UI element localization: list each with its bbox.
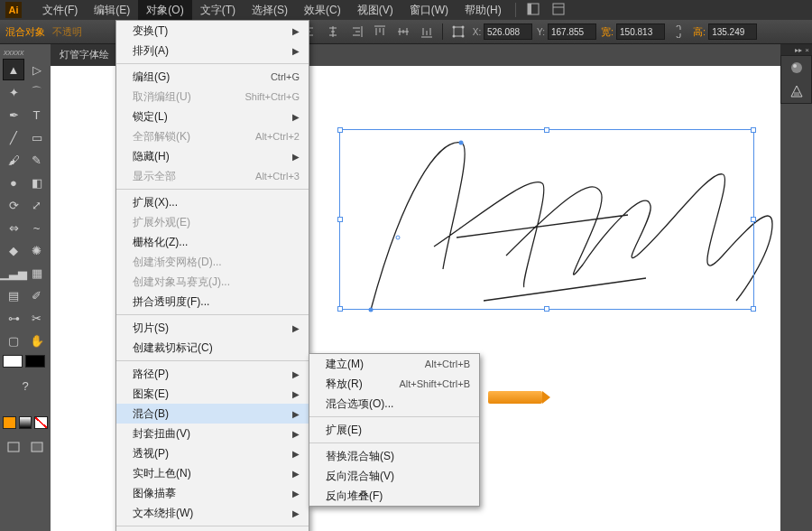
sym-tool[interactable]: ✺ (26, 239, 48, 261)
menuitem-实时上色N[interactable]: 实时上色(N)▶ (116, 463, 309, 483)
brush-tool[interactable]: 🖌 (3, 149, 24, 171)
menuitem-创建裁切标记C[interactable]: 创建裁切标记(C) (116, 338, 309, 358)
collapse-icon[interactable]: ▸▸ (795, 46, 802, 53)
menuitem-透视P[interactable]: 透视(P)▶ (116, 443, 309, 463)
menuitem-替换混合轴S[interactable]: 替换混合轴(S) (309, 446, 479, 466)
pen-tool[interactable]: ✒ (3, 104, 24, 126)
menuitem-扩展X[interactable]: 扩展(X)... (116, 192, 309, 212)
panel-controls[interactable]: ▸▸× (780, 44, 812, 55)
mesh-tool[interactable]: ▦ (26, 262, 48, 284)
object-menu-dropdown: 变换(T)▶排列(A)▶编组(G)Ctrl+G取消编组(U)Shift+Ctrl… (115, 20, 309, 531)
menu-编辑[interactable]: 编辑(E) (86, 0, 138, 21)
menuitem-扩展E[interactable]: 扩展(E) (309, 420, 479, 440)
menu-对象[interactable]: 对象(O) (138, 0, 191, 21)
eraser-tool[interactable]: ◧ (26, 172, 48, 193)
menuitem-文本绕排W[interactable]: 文本绕排(W)▶ (116, 503, 309, 523)
swatches-panel-icon[interactable] (781, 79, 811, 103)
menuitem-路径P[interactable]: 路径(P)▶ (116, 364, 309, 384)
menu-选择[interactable]: 选择(S) (244, 0, 296, 21)
rotate-tool[interactable]: ⟳ (3, 194, 24, 216)
fill-stroke-swatches[interactable] (0, 351, 51, 371)
screen-full-icon[interactable] (27, 436, 49, 458)
menu-窗口[interactable]: 窗口(W) (401, 0, 457, 21)
align-right-icon[interactable] (347, 23, 365, 41)
menubar: Ai 文件(F)编辑(E)对象(O)文字(T)选择(S)效果(C)视图(V)窗口… (0, 0, 812, 20)
menu-文件[interactable]: 文件(F) (34, 0, 86, 21)
menuitem-图像描摹[interactable]: 图像描摹▶ (116, 483, 309, 503)
w-field[interactable]: 150.813 (616, 23, 665, 40)
menu-帮助[interactable]: 帮助(H) (457, 0, 510, 21)
layout-icon[interactable] (527, 3, 541, 17)
menuitem-混合B[interactable]: 混合(B)▶ (116, 404, 309, 424)
rect-tool[interactable]: ▭ (26, 126, 48, 148)
height-label: 高: (693, 25, 706, 39)
menuitem-拼合透明度F[interactable]: 拼合透明度(F)... (116, 292, 309, 312)
link-wh-icon[interactable] (669, 23, 687, 41)
selection-bounding-box[interactable] (339, 129, 754, 310)
menubar-separator (515, 3, 516, 17)
artb-tool[interactable]: ▢ (3, 330, 24, 351)
menuitem-封套扭曲V[interactable]: 封套扭曲(V)▶ (116, 424, 309, 443)
menuitem-编组G[interactable]: 编组(G)Ctrl+G (116, 67, 309, 87)
align-top-icon[interactable] (371, 23, 389, 41)
eyedrop-tool[interactable]: ✐ (26, 284, 48, 306)
graph-tool[interactable]: ▁▃▅ (3, 262, 24, 284)
menu-效果[interactable]: 效果(C) (296, 0, 349, 21)
menuitem-混合选项O[interactable]: 混合选项(O)... (309, 394, 479, 414)
svg-point-14 (791, 62, 802, 73)
none-swatch[interactable] (34, 416, 48, 429)
gradient-swatch[interactable] (19, 416, 32, 429)
submenu-arrow-icon: ▶ (292, 46, 300, 56)
stroke-swatch[interactable] (25, 355, 45, 368)
menu-文字[interactable]: 文字(T) (192, 0, 244, 21)
menuitem-栅格化Z[interactable]: 栅格化(Z)... (116, 232, 309, 252)
scale-tool[interactable]: ⤢ (26, 194, 48, 216)
color-panel-icon[interactable] (781, 56, 811, 79)
blend-tool[interactable]: ⊶ (3, 307, 24, 329)
menuitem-锁定L[interactable]: 锁定(L)▶ (116, 107, 309, 126)
shaper-tool[interactable]: ◆ (3, 239, 24, 261)
help-tool[interactable]: ? (14, 375, 36, 396)
document-tab[interactable]: 灯管字体绘 (51, 44, 118, 66)
menuitem-反向堆叠F[interactable]: 反向堆叠(F) (309, 486, 479, 506)
svg-rect-10 (32, 442, 42, 452)
line-tool[interactable]: ╱ (3, 126, 24, 148)
align-bottom-icon[interactable] (418, 23, 436, 41)
y-field[interactable]: Y:167.855 (534, 23, 596, 40)
warp-tool[interactable]: ~ (26, 217, 48, 238)
pencil-tool[interactable]: ✎ (26, 149, 48, 171)
hand-tool[interactable]: ✋ (26, 330, 48, 351)
transform-icon[interactable] (449, 23, 467, 41)
menuitem-反向混合轴V[interactable]: 反向混合轴(V) (309, 466, 479, 486)
menuitem-变换T[interactable]: 变换(T)▶ (116, 21, 309, 41)
menuitem-图案E[interactable]: 图案(E)▶ (116, 384, 309, 404)
menuitem-隐藏H[interactable]: 隐藏(H)▶ (116, 146, 309, 166)
screen-normal-icon[interactable] (3, 436, 24, 458)
blob-tool[interactable]: ● (3, 172, 24, 193)
slice-tool[interactable]: ✂ (26, 307, 48, 329)
x-field[interactable]: X:526.088 (470, 23, 532, 40)
sel-tool[interactable]: ▲ (3, 59, 24, 80)
align-vcenter-icon[interactable] (394, 23, 412, 41)
width-tool[interactable]: ⇔ (3, 217, 24, 238)
menuitem-排列A[interactable]: 排列(A)▶ (116, 41, 309, 61)
dsel-tool[interactable]: ▷ (26, 59, 48, 80)
type-tool[interactable]: T (26, 104, 48, 126)
lasso-tool[interactable]: ⌒ (26, 81, 48, 103)
color-swatch[interactable] (3, 416, 16, 429)
wand-tool[interactable]: ✦ (3, 81, 24, 103)
grad-tool[interactable]: ▤ (3, 284, 24, 306)
fill-swatch[interactable] (3, 355, 23, 368)
menuitem-建立M[interactable]: 建立(M)Alt+Ctrl+B (309, 354, 479, 374)
svg-point-8 (462, 35, 465, 38)
pencil-graphic[interactable] (488, 391, 542, 404)
menuitem-释放R[interactable]: 释放(R)Alt+Shift+Ctrl+B (309, 374, 479, 394)
svg-rect-1 (528, 4, 531, 14)
doc-layout-icon[interactable] (552, 3, 567, 17)
h-field[interactable]: 135.249 (708, 23, 757, 40)
menuitem-切片S[interactable]: 切片(S)▶ (116, 318, 309, 338)
menu-视图[interactable]: 视图(V) (349, 0, 401, 21)
align-hcenter-icon[interactable] (324, 23, 342, 41)
opacity-label[interactable]: 不透明 (52, 25, 82, 39)
close-icon[interactable]: × (805, 46, 809, 53)
